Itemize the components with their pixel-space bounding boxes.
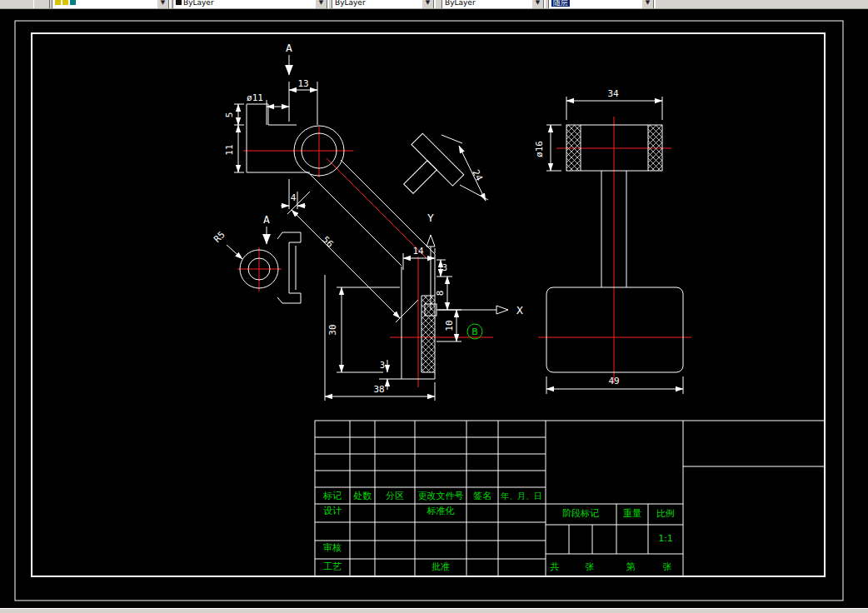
lineweight-combo-value: ByLayer: [445, 0, 476, 7]
color-swatch-icon: [176, 0, 182, 5]
section-label: A: [286, 42, 292, 54]
dim-5: 5: [224, 112, 235, 118]
detail-b-label: B: [471, 326, 478, 337]
rev-header-date: 年、月、日: [501, 491, 542, 501]
dim-14: 14: [412, 246, 424, 257]
scale-label: 比例: [656, 508, 675, 519]
design-label: 设计: [323, 506, 342, 516]
axis-y-label: Y: [427, 212, 434, 224]
object-properties-toolbar: ▼ ByLayer ▼ ByLayer ▼ ByLayer ▼ 随层 ▼: [0, 0, 868, 9]
dim-4: 4: [291, 192, 297, 203]
linetype-combo-value: ByLayer: [335, 0, 366, 7]
layer-lock-icon: [70, 0, 76, 5]
dim-34: 34: [607, 88, 619, 99]
layer-combo[interactable]: ▼: [52, 0, 171, 9]
layer-thaw-icon: [62, 0, 68, 5]
dim-13: 13: [297, 78, 308, 89]
rev-header-mark: 标记: [322, 491, 342, 501]
section-hatch: [422, 296, 435, 372]
lineweight-combo[interactable]: ByLayer ▼: [441, 0, 546, 9]
approve-label: 批准: [432, 561, 450, 572]
stage-mark-label: 阶段标记: [562, 508, 599, 519]
section-label: A: [263, 213, 270, 226]
standardize-label: 标准化: [427, 506, 455, 516]
rev-header-doc-no: 更改文件号: [418, 491, 464, 501]
dim-38: 38: [373, 384, 384, 395]
chevron-down-icon[interactable]: ▼: [315, 0, 327, 9]
plotstyle-combo-value: 随层: [551, 0, 570, 7]
section-hatch: [566, 125, 581, 171]
dim-30: 30: [327, 324, 338, 335]
dim-3-bottom: 3: [380, 361, 385, 370]
layers-dialog-button[interactable]: [33, 0, 50, 9]
rev-header-signature: 签名: [473, 491, 491, 501]
sheet-total-prefix: 共: [550, 561, 560, 572]
chevron-down-icon[interactable]: ▼: [641, 0, 654, 9]
color-combo[interactable]: ByLayer ▼: [172, 0, 329, 9]
dim-dia11: ø11: [247, 92, 263, 103]
check-label: 审核: [323, 542, 342, 553]
color-combo-value: ByLayer: [183, 0, 214, 7]
dim-10: 10: [444, 320, 455, 331]
plotstyle-combo[interactable]: 随层 ▼: [548, 0, 656, 9]
chevron-down-icon[interactable]: ▼: [531, 0, 544, 9]
chevron-down-icon[interactable]: ▼: [157, 0, 169, 9]
sheet-no-prefix: 第: [626, 561, 636, 572]
cad-application-window: ▼ ByLayer ▼ ByLayer ▼ ByLayer ▼ 随层 ▼: [0, 0, 868, 613]
sheet-no-unit: 张: [663, 561, 672, 572]
dim-3-top: 3: [442, 263, 447, 272]
dim-11: 11: [224, 144, 235, 155]
layer-on-icon: [55, 0, 61, 5]
rev-header-count: 处数: [353, 491, 372, 501]
section-hatch: [648, 125, 662, 171]
rev-header-zone: 分区: [386, 491, 404, 501]
linetype-combo[interactable]: ByLayer ▼: [332, 0, 436, 9]
axis-x-label: X: [516, 304, 523, 316]
scale-value: 1:1: [658, 533, 673, 544]
weight-label: 重量: [623, 508, 641, 519]
process-label: 工艺: [323, 561, 342, 572]
dim-dia16: ø16: [534, 141, 545, 157]
chevron-down-icon[interactable]: ▼: [422, 0, 434, 9]
status-strip: [0, 608, 868, 613]
dim-8: 8: [435, 291, 446, 297]
sheet-total-unit: 张: [586, 561, 595, 572]
drawing-canvas[interactable]: Y X A 13 ø11 5 11: [0, 0, 868, 613]
dim-49: 49: [608, 376, 619, 386]
